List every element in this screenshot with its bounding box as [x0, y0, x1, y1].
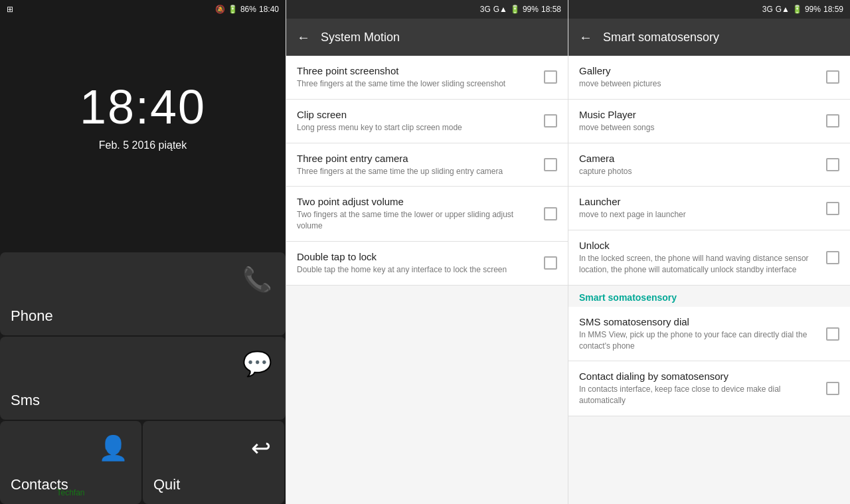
motion-title-volume: Two point adjust volume — [297, 196, 536, 207]
motion-title-doubletap: Double tap to lock — [297, 251, 536, 262]
checkbox-launcher[interactable] — [826, 202, 839, 215]
soma-text-gallery: Gallery move between pictures — [579, 65, 818, 90]
middle-battery: 99% — [523, 5, 539, 14]
checkbox-camera-entry[interactable] — [544, 158, 557, 171]
checkbox-screenshot[interactable] — [544, 70, 557, 84]
motion-item-text-volume: Two point adjust volume Two fingers at t… — [297, 196, 536, 232]
motion-desc-volume: Two fingers at the same time the lower o… — [297, 209, 536, 232]
checkbox-camera[interactable] — [826, 158, 839, 171]
shortcut-sms[interactable]: 💬 Sms — [0, 337, 286, 420]
soma-text-sms-dial: SMS somatosensory dial In MMS View, pick… — [579, 316, 818, 352]
contacts-icon: 👤 — [98, 434, 128, 462]
soma-desc-music: move between songs — [579, 122, 818, 133]
soma-desc-unlock: In the locked screen, the phone will han… — [579, 253, 818, 276]
soma-desc-gallery: move between pictures — [579, 78, 818, 90]
middle-status-right: 3G G▲ 🔋 99% 18:58 — [480, 5, 561, 14]
checkbox-volume[interactable] — [544, 207, 557, 220]
motion-item-screenshot[interactable]: Three point screenshot Three fingers at … — [286, 56, 568, 100]
smart-somatosensory-panel: 3G G▲ 🔋 99% 18:59 ← Smart somatosensory … — [568, 0, 850, 504]
soma-item-contact-dial[interactable]: Contact dialing by somatosensory In cont… — [568, 361, 850, 416]
motion-desc-doubletap: Double tap the home key at any interface… — [297, 264, 536, 276]
motion-item-clip[interactable]: Clip screen Long press menu key to start… — [286, 100, 568, 143]
somatosensory-list[interactable]: Gallery move between pictures Music Play… — [568, 56, 850, 504]
checkbox-clip[interactable] — [544, 114, 557, 127]
right-status-bar: 3G G▲ 🔋 99% 18:59 — [568, 0, 850, 19]
soma-text-contact-dial: Contact dialing by somatosensory In cont… — [579, 371, 818, 406]
right-header: ← Smart somatosensory — [568, 19, 850, 56]
motion-desc-clip: Long press menu key to start clip screen… — [297, 122, 536, 133]
motion-item-text-screenshot: Three point screenshot Three fingers at … — [297, 65, 536, 90]
soma-title-contact-dial: Contact dialing by somatosensory — [579, 371, 818, 382]
middle-g-icon: G▲ — [493, 5, 507, 14]
lock-screen-panel: ⊞ 🔕 🔋 86% 18:40 18:40 Feb. 5 2016 piątek… — [0, 0, 286, 504]
middle-status-bar: 3G G▲ 🔋 99% 18:58 — [286, 0, 568, 19]
soma-item-unlock[interactable]: Unlock In the locked screen, the phone w… — [568, 230, 850, 286]
soma-item-gallery[interactable]: Gallery move between pictures — [568, 56, 850, 100]
soma-item-music[interactable]: Music Player move between songs — [568, 100, 850, 143]
soma-desc-sms-dial: In MMS View, pick up the phone to your f… — [579, 329, 818, 352]
clock-time: 18:40 — [80, 80, 206, 134]
motion-title-camera-entry: Three point entry camera — [297, 153, 536, 164]
checkbox-gallery[interactable] — [826, 70, 839, 84]
middle-battery-icon: 🔋 — [510, 5, 520, 14]
soma-text-music: Music Player move between songs — [579, 109, 818, 133]
right-time: 18:59 — [823, 5, 843, 14]
soma-item-sms-dial[interactable]: SMS somatosensory dial In MMS View, pick… — [568, 307, 850, 362]
soma-title-camera: Camera — [579, 153, 818, 164]
motion-item-text-clip: Clip screen Long press menu key to start… — [297, 109, 536, 133]
system-motion-panel: 3G G▲ 🔋 99% 18:58 ← System Motion Three … — [286, 0, 568, 504]
middle-time: 18:58 — [541, 5, 561, 14]
right-back-button[interactable]: ← — [579, 30, 592, 45]
motion-list[interactable]: Three point screenshot Three fingers at … — [286, 56, 568, 504]
shortcut-phone[interactable]: 📞 Phone — [0, 252, 286, 335]
soma-desc-launcher: move to next page in launcher — [579, 209, 818, 220]
shortcut-quit[interactable]: ↩ Quit — [143, 421, 284, 504]
checkbox-contact-dial[interactable] — [826, 382, 839, 395]
soma-title-launcher: Launcher — [579, 196, 818, 207]
soma-text-camera: Camera capture photos — [579, 153, 818, 177]
motion-item-camera-entry[interactable]: Three point entry camera Three fingers a… — [286, 143, 568, 187]
motion-desc-screenshot: Three fingers at the same time the lower… — [297, 78, 536, 90]
right-battery-icon: 🔋 — [792, 5, 802, 14]
watermark: Techfan — [56, 488, 84, 497]
section-header-smart: Smart somatosensory — [568, 286, 850, 307]
soma-desc-contact-dial: In contacts interface, keep face close t… — [579, 384, 818, 406]
soma-text-unlock: Unlock In the locked screen, the phone w… — [579, 240, 818, 276]
right-network: 3G — [762, 5, 773, 14]
shortcut-row-sms: 💬 Sms — [0, 337, 286, 420]
middle-header: ← System Motion — [286, 19, 568, 56]
soma-title-sms-dial: SMS somatosensory dial — [579, 316, 818, 327]
shortcut-contacts[interactable]: 👤 Contacts Techfan — [0, 421, 141, 504]
right-g-icon: G▲ — [776, 5, 790, 14]
checkbox-sms-dial[interactable] — [826, 327, 839, 341]
motion-item-text-camera-entry: Three point entry camera Three fingers a… — [297, 153, 536, 177]
motion-item-text-doubletap: Double tap to lock Double tap the home k… — [297, 251, 536, 276]
checkbox-unlock[interactable] — [826, 251, 839, 264]
motion-title-clip: Clip screen — [297, 109, 536, 120]
middle-back-button[interactable]: ← — [297, 30, 310, 45]
clock-date: Feb. 5 2016 piątek — [99, 139, 187, 151]
motion-item-volume[interactable]: Two point adjust volume Two fingers at t… — [286, 187, 568, 242]
soma-desc-camera: capture photos — [579, 166, 818, 177]
soma-title-music: Music Player — [579, 109, 818, 120]
right-title: Smart somatosensory — [603, 31, 719, 44]
sms-icon: 💬 — [242, 350, 272, 378]
soma-item-camera[interactable]: Camera capture photos — [568, 143, 850, 187]
soma-text-launcher: Launcher move to next page in launcher — [579, 196, 818, 220]
quit-label: Quit — [153, 476, 180, 493]
motion-title-screenshot: Three point screenshot — [297, 65, 536, 76]
right-battery: 99% — [805, 5, 821, 14]
middle-title: System Motion — [321, 31, 400, 44]
right-status-right: 3G G▲ 🔋 99% 18:59 — [762, 5, 843, 14]
checkbox-doubletap[interactable] — [544, 256, 557, 270]
checkbox-music[interactable] — [826, 114, 839, 127]
clock-area: 18:40 Feb. 5 2016 piątek — [0, 0, 286, 252]
shortcut-grid: 📞 Phone 💬 Sms 👤 Contacts Techfan ↩ Quit — [0, 252, 286, 504]
soma-item-launcher[interactable]: Launcher move to next page in launcher — [568, 187, 850, 230]
soma-title-unlock: Unlock — [579, 240, 818, 251]
middle-network: 3G — [480, 5, 491, 14]
shortcut-row-phone: 📞 Phone — [0, 252, 286, 335]
quit-icon: ↩ — [251, 434, 271, 462]
motion-item-doubletap[interactable]: Double tap to lock Double tap the home k… — [286, 242, 568, 286]
phone-label: Phone — [11, 307, 53, 325]
